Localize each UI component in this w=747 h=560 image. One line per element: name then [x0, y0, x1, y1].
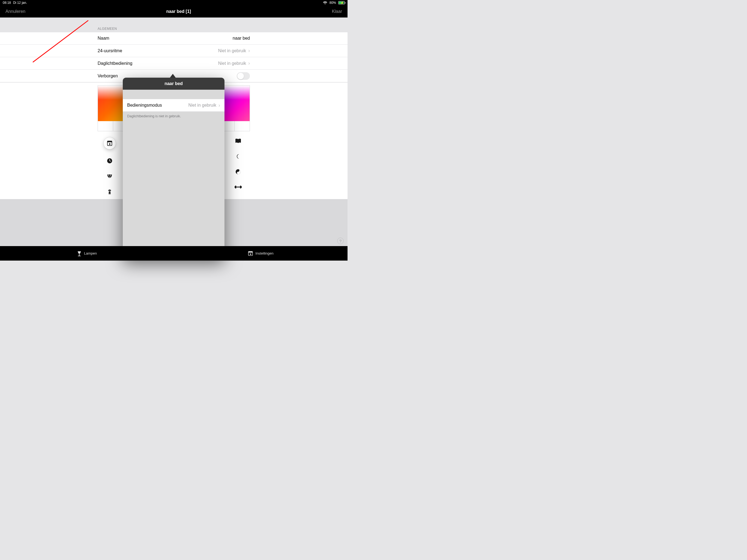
chevron-right-icon: › [218, 103, 220, 108]
tab-instellingen-label: Instellingen [255, 251, 274, 255]
svg-rect-17 [78, 256, 81, 256]
popover-row-value: Niet in gebruik [188, 103, 216, 108]
tab-instellingen[interactable]: Instellingen [174, 246, 348, 261]
scene-icons-left [103, 137, 116, 195]
svg-marker-2 [109, 143, 111, 145]
scene-icon[interactable] [104, 137, 115, 149]
chevron-right-icon: › [248, 60, 250, 66]
screen: 08:18 Di 12 jan. 80% ⚡ Annuleren naar be… [0, 0, 347, 261]
tab-lampen-label: Lampen [84, 251, 97, 255]
svg-rect-11 [235, 186, 236, 188]
navigation-bar: Annuleren naar bed [1] Klaar [0, 5, 347, 18]
popover-row-label: Bedieningsmodus [127, 103, 162, 108]
done-button[interactable]: Klaar [332, 9, 342, 14]
svg-point-5 [110, 175, 111, 176]
svg-rect-16 [79, 253, 80, 256]
section-header-general: ALGEMEEN [98, 27, 117, 31]
status-bar: 08:18 Di 12 jan. 80% ⚡ [0, 0, 347, 5]
row-name-label: Naam [98, 36, 109, 41]
svg-rect-14 [235, 186, 235, 188]
battery-percent: 80% [330, 1, 336, 5]
moon-icon[interactable] [234, 153, 242, 160]
svg-rect-19 [249, 251, 253, 252]
row-circadian[interactable]: 24-uursritme Niet in gebruik › [0, 45, 347, 57]
dumbbell-icon[interactable] [234, 183, 242, 191]
row-circadian-label: 24-uursritme [98, 48, 122, 53]
popover-footer: Daglichtbediening is niet in gebruik. [123, 111, 225, 121]
svg-point-9 [238, 170, 239, 171]
cancel-button[interactable]: Annuleren [5, 9, 25, 14]
daylight-popover: naar bed Bedieningsmodus Niet in gebruik… [123, 78, 225, 258]
chef-icon[interactable] [106, 187, 113, 195]
tab-lampen[interactable]: Lampen [0, 246, 174, 261]
book-icon[interactable] [234, 137, 242, 145]
scene-icons-right [232, 137, 244, 191]
svg-point-6 [109, 192, 111, 193]
lamp-icon [77, 251, 82, 256]
popover-title: naar bed [123, 78, 225, 90]
row-daylight[interactable]: Daglichtbediening Niet in gebruik › [0, 57, 347, 70]
svg-rect-15 [241, 186, 242, 188]
yinyang-icon[interactable] [234, 168, 242, 176]
tab-bar: Lampen Instellingen [0, 246, 347, 261]
svg-rect-7 [108, 193, 111, 194]
clock-icon[interactable] [106, 157, 113, 164]
row-name[interactable]: Naam naar bed [0, 32, 347, 45]
svg-rect-13 [236, 187, 240, 187]
popover-row-mode[interactable]: Bedieningsmodus Niet in gebruik › [123, 99, 225, 111]
svg-marker-20 [250, 253, 252, 255]
svg-rect-12 [240, 186, 241, 188]
settings-scene-icon [248, 251, 253, 256]
svg-rect-1 [107, 141, 112, 143]
row-hidden-label: Verborgen [98, 74, 118, 78]
svg-point-4 [108, 175, 109, 176]
row-name-value: naar bed [233, 36, 250, 41]
row-daylight-label: Daglichtbediening [98, 61, 132, 66]
help-button[interactable]: ? [337, 238, 344, 244]
mask-icon[interactable] [106, 172, 113, 180]
hidden-toggle[interactable] [237, 72, 250, 80]
row-circadian-value: Niet in gebruik [218, 48, 246, 53]
row-daylight-value: Niet in gebruik [218, 61, 246, 66]
chevron-right-icon: › [248, 48, 250, 54]
battery-icon: ⚡ [338, 1, 345, 4]
status-date: Di 12 jan. [13, 1, 27, 5]
page-title: naar bed [1] [166, 9, 191, 14]
status-time: 08:18 [3, 1, 11, 5]
svg-point-10 [238, 173, 239, 173]
wifi-icon [323, 1, 327, 4]
